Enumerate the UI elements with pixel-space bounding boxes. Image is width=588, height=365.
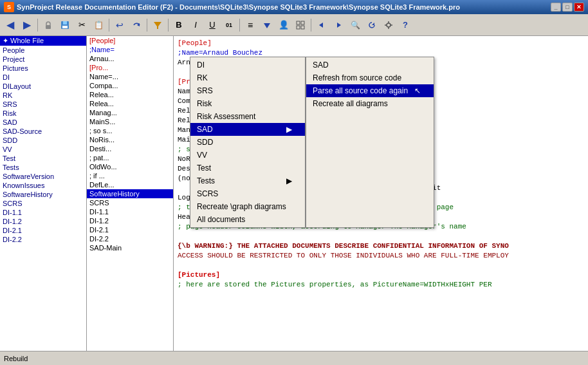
window-title: SynProject Release Documentation Editor … xyxy=(17,3,460,11)
left-panel-di11[interactable]: DI-1.1 xyxy=(0,208,86,217)
nav-right-button[interactable] xyxy=(331,17,346,33)
maximize-button[interactable]: □ xyxy=(562,3,573,12)
tool-button[interactable] xyxy=(381,17,396,33)
underline-button[interactable]: U xyxy=(205,17,220,33)
menu-item-tests[interactable]: Tests ▶ xyxy=(190,174,305,187)
middle-relea2[interactable]: Relea... xyxy=(87,99,173,108)
svg-point-14 xyxy=(387,23,390,27)
arrow-down-button[interactable] xyxy=(259,17,275,33)
paste-button[interactable]: 📋 xyxy=(91,17,106,33)
middle-people[interactable]: [People] xyxy=(87,36,173,45)
left-panel-srs[interactable]: SRS xyxy=(0,100,86,109)
left-panel-di22[interactable]: DI-2.2 xyxy=(0,235,86,244)
svg-marker-13 xyxy=(372,23,374,25)
middle-di11[interactable]: DI-1.1 xyxy=(87,207,173,216)
grid-button[interactable] xyxy=(293,17,308,33)
middle-oldwo[interactable]: OldWo... xyxy=(87,162,173,171)
left-panel-project[interactable]: Project xyxy=(0,55,86,64)
middle-softwarehistory[interactable]: SoftwareHistory xyxy=(87,189,173,198)
left-panel-scrs[interactable]: SCRS xyxy=(0,199,86,208)
menu-item-sdd[interactable]: SDD xyxy=(190,136,305,149)
menu-item-risk-assessment[interactable]: Risk Assessment xyxy=(190,110,305,123)
help-button[interactable]: ? xyxy=(398,17,413,33)
close-button[interactable]: ✕ xyxy=(574,3,584,12)
editor-line: ; here are stored the Pictures propertie… xyxy=(178,280,584,290)
sad-submenu-recreate[interactable]: Recreate all diagrams xyxy=(306,97,434,110)
editor-line: [Pictures] xyxy=(178,270,584,280)
left-panel-vv[interactable]: VV xyxy=(0,145,86,154)
sad-submenu-sad[interactable]: SAD xyxy=(306,59,434,71)
menu-item-scrs[interactable]: SCRS xyxy=(190,187,305,200)
middle-scrs[interactable]: SCRS xyxy=(87,198,173,207)
left-panel-softwarehistory[interactable]: SoftwareHistory xyxy=(0,190,86,199)
left-panel-dilayout[interactable]: DILayout xyxy=(0,82,86,91)
sad-submenu-refresh[interactable]: Refresh from source code xyxy=(306,71,434,84)
middle-arnau[interactable]: Arnau... xyxy=(87,54,173,63)
number-button[interactable]: 01 xyxy=(221,17,237,33)
left-panel-risk[interactable]: Risk xyxy=(0,109,86,118)
menu-item-di[interactable]: DI xyxy=(190,59,305,71)
left-panel-di12[interactable]: DI-1.2 xyxy=(0,217,86,226)
middle-defle[interactable]: DefLe... xyxy=(87,180,173,189)
middle-manag[interactable]: Manag... xyxy=(87,108,173,117)
left-panel-sdd[interactable]: SDD xyxy=(0,136,86,145)
zoom-button[interactable]: 🔍 xyxy=(347,17,363,33)
menu-item-sad[interactable]: SAD ▶ xyxy=(190,123,305,136)
left-panel-di21[interactable]: DI-2.1 xyxy=(0,226,86,235)
middle-desti[interactable]: Desti... xyxy=(87,144,173,153)
middle-di22[interactable]: DI-2.2 xyxy=(87,234,173,243)
left-panel-tests[interactable]: Tests xyxy=(0,163,86,172)
menu-item-rk[interactable]: RK xyxy=(190,71,305,84)
left-panel-pictures[interactable]: Pictures xyxy=(0,64,86,73)
save-button[interactable] xyxy=(57,17,73,33)
left-panel-softwareversion[interactable]: SoftwareVersion xyxy=(0,172,86,181)
refresh-big-button[interactable] xyxy=(364,17,380,33)
bold-button[interactable]: B xyxy=(171,17,187,33)
svg-rect-3 xyxy=(62,26,68,28)
middle-di21[interactable]: DI-2.1 xyxy=(87,225,173,234)
middle-pat[interactable]: ; pat... xyxy=(87,153,173,162)
middle-nameq[interactable]: Name=... xyxy=(87,72,173,81)
left-panel-test[interactable]: Test xyxy=(0,154,86,163)
nav-left-button[interactable] xyxy=(314,17,329,33)
left-panel-sad-source[interactable]: SAD-Source xyxy=(0,127,86,136)
middle-noris[interactable]: NoRis... xyxy=(87,135,173,144)
menu-item-risk[interactable]: Risk xyxy=(190,97,305,110)
menu-item-vv[interactable]: VV xyxy=(190,149,305,162)
left-panel-di[interactable]: DI xyxy=(0,73,86,82)
sad-submenu-parse[interactable]: Parse all source code again ↖ xyxy=(306,84,434,97)
menu-item-test[interactable]: Test xyxy=(190,162,305,174)
middle-sad-main[interactable]: SAD-Main xyxy=(87,243,173,252)
editor-line xyxy=(178,232,584,241)
left-panel-people[interactable]: People xyxy=(0,46,86,55)
menu-item-recreate-graph[interactable]: Recreate \graph diagrams xyxy=(190,200,305,213)
person-button[interactable]: 👤 xyxy=(276,17,291,33)
forward-button[interactable]: ▶ xyxy=(19,17,35,33)
lock-button[interactable] xyxy=(41,17,56,33)
filter-button[interactable] xyxy=(150,17,165,33)
italic-button[interactable]: I xyxy=(188,17,203,33)
left-panel: ✦ Whole File People Project Pictures DI … xyxy=(0,36,87,351)
middle-if[interactable]: ; if ... xyxy=(87,171,173,180)
middle-so[interactable]: ; so s... xyxy=(87,126,173,135)
app-icon: S xyxy=(4,2,14,12)
menu-item-all-documents[interactable]: All documents xyxy=(190,213,305,226)
cut-button[interactable]: ✂ xyxy=(74,17,89,33)
left-panel-whole-file[interactable]: ✦ Whole File xyxy=(0,36,86,46)
middle-mains[interactable]: MainS... xyxy=(87,117,173,126)
list-button[interactable]: ≡ xyxy=(243,17,258,33)
middle-compa[interactable]: Compa... xyxy=(87,81,173,90)
minimize-button[interactable]: _ xyxy=(551,3,561,12)
undo-button[interactable]: ↩ xyxy=(112,17,127,33)
left-panel-rk[interactable]: RK xyxy=(0,91,86,100)
middle-relea1[interactable]: Relea... xyxy=(87,90,173,99)
left-panel-sad[interactable]: SAD xyxy=(0,118,86,127)
middle-di12[interactable]: DI-1.2 xyxy=(87,216,173,225)
middle-name[interactable]: ;Name= xyxy=(87,45,173,54)
status-bar: Rebuild xyxy=(0,351,588,365)
redo-button[interactable] xyxy=(129,17,144,33)
middle-project[interactable]: [Pro... xyxy=(87,63,173,72)
back-button[interactable]: ◀ xyxy=(3,17,18,33)
left-panel-knownissues[interactable]: KnownIssues xyxy=(0,181,86,190)
menu-item-srs[interactable]: SRS xyxy=(190,84,305,97)
